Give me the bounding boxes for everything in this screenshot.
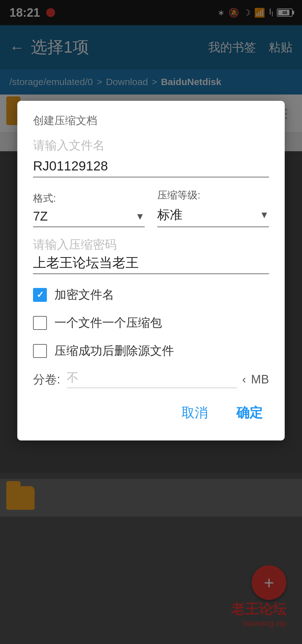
format-select[interactable]: 7Z ▼ — [33, 209, 145, 227]
level-label: 压缩等级: — [157, 188, 269, 202]
split-row: 分卷: ‹ MB — [33, 371, 269, 388]
level-select[interactable]: 标准 ▼ — [157, 206, 269, 227]
one-file-checkbox[interactable] — [33, 316, 47, 330]
format-group: 格式: 7Z ▼ — [33, 192, 145, 227]
checkmark-icon: ✓ — [36, 290, 44, 300]
filename-placeholder: 请输入文件名 — [33, 137, 269, 156]
password-input[interactable] — [33, 255, 269, 274]
format-value: 7Z — [33, 209, 135, 223]
one-file-label: 一个文件一个压缩包 — [54, 315, 162, 331]
split-unit: MB — [251, 373, 269, 386]
dialog-title: 创建压缩文档 — [33, 113, 269, 128]
split-label: 分卷: — [33, 371, 60, 388]
confirm-button[interactable]: 确定 — [230, 401, 269, 425]
level-group: 压缩等级: 标准 ▼ — [157, 188, 269, 227]
encrypt-filename-checkbox[interactable]: ✓ — [33, 288, 47, 302]
level-dropdown-arrow: ▼ — [260, 210, 269, 220]
delete-after-label: 压缩成功后删除源文件 — [54, 343, 174, 359]
filename-input[interactable] — [33, 158, 269, 177]
dialog: 创建压缩文档 请输入文件名 格式: 7Z ▼ 压缩等级: 标准 ▼ — [17, 101, 285, 440]
password-placeholder: 请输入压缩密码 — [33, 237, 269, 253]
format-level-row: 格式: 7Z ▼ 压缩等级: 标准 ▼ — [33, 188, 269, 227]
encrypt-filename-label: 加密文件名 — [54, 287, 114, 303]
cancel-button[interactable]: 取消 — [175, 401, 214, 425]
split-input[interactable] — [67, 371, 237, 388]
format-dropdown-arrow: ▼ — [135, 211, 145, 222]
encrypt-filename-row[interactable]: ✓ 加密文件名 — [33, 287, 269, 303]
delete-after-row[interactable]: 压缩成功后删除源文件 — [33, 343, 269, 359]
format-label: 格式: — [33, 192, 145, 205]
level-value: 标准 — [157, 206, 260, 223]
delete-after-checkbox[interactable] — [33, 344, 47, 358]
one-file-row[interactable]: 一个文件一个压缩包 — [33, 315, 269, 331]
dialog-actions: 取消 确定 — [33, 401, 269, 425]
split-arrow-icon: ‹ — [242, 373, 246, 386]
